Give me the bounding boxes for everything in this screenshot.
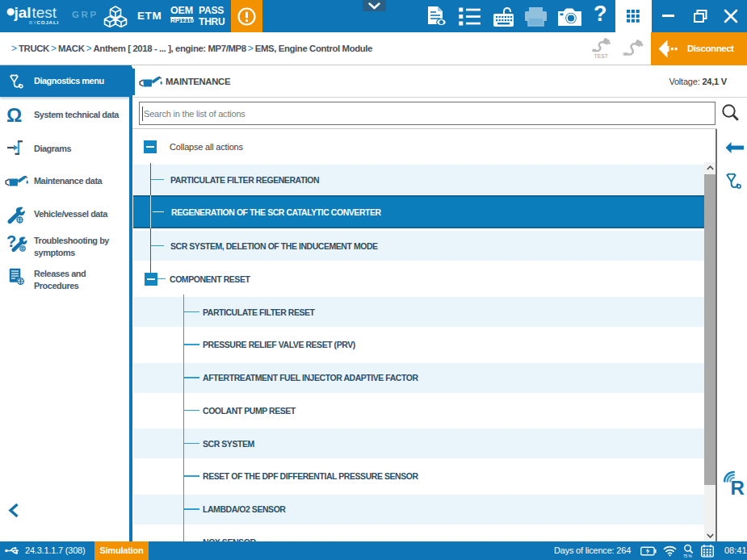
svg-text:test: test (32, 4, 57, 21)
svg-text:jal: jal (14, 4, 31, 21)
svg-text:COJALI: COJALI (37, 19, 60, 25)
svg-text:R: R (731, 477, 745, 497)
svg-text:BY: BY (29, 19, 37, 25)
svg-text:75 %: 75 % (683, 554, 692, 558)
svg-text:TEST: TEST (594, 53, 608, 59)
